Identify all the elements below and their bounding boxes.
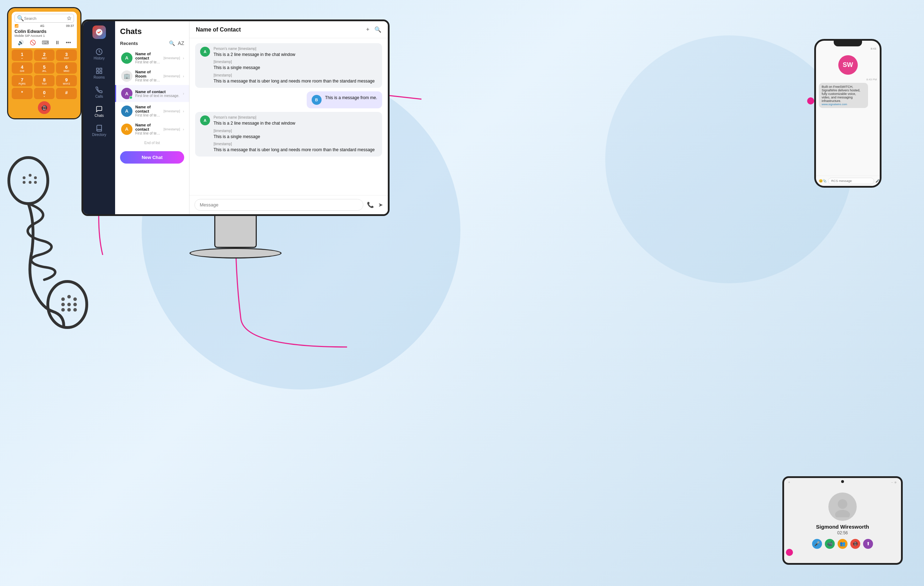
chat-list-item-3[interactable]: A Name of contact First line of tex... [… (115, 102, 189, 120)
msg-text-1a: This is a 2 line message in the chat win… (214, 52, 377, 58)
tablet: ≡ ↔ ⊕ Sigmond Wiresworth 02:56 🎤 📹 👥 📵 ⬆ (782, 476, 903, 565)
chat-item-info-2: Name of contact First line of text in me… (135, 89, 180, 98)
dial-key-star[interactable]: * (12, 88, 33, 99)
chat-avatar-3: A (121, 106, 132, 117)
sidebar-item-history[interactable]: History (83, 45, 115, 64)
new-chat-button[interactable]: New Chat (120, 151, 184, 163)
phone-search-input[interactable] (24, 16, 67, 21)
chat-search-icon[interactable]: 🔍 (375, 26, 381, 33)
chat-item-chevron-4: › (183, 127, 184, 131)
sidebar-item-history-label: History (94, 56, 104, 60)
chat-input-bar: 📞 ➤ (190, 195, 388, 214)
msg-ts-1c: [timestamp] (214, 73, 377, 77)
dial-key-hash[interactable]: # (56, 88, 77, 99)
chat-item-chevron-1: › (183, 74, 184, 78)
phone-mute-icon[interactable]: 🚫 (30, 40, 36, 45)
sm-send-icon[interactable]: ➤ (879, 179, 881, 183)
msg-text-3a: This is a 2 line message in the chat win… (214, 121, 377, 126)
phone-vol-icon[interactable]: 🔊 (18, 40, 24, 45)
svg-point-25 (838, 499, 848, 509)
msg-ts-3c: [timestamp] (214, 142, 377, 146)
tablet-action-people[interactable]: 👥 (838, 539, 848, 549)
smartphone-chat-area: SW 8:43 PM Built on FreeSWITCH, SignalWi… (816, 50, 880, 176)
chats-panel: Chats Recents 🔍 AZ A Name of contact Fir… (115, 21, 190, 214)
sm-emoji-icon[interactable]: 😊 (819, 179, 823, 183)
chat-list-item-2[interactable]: A Name of contact First line of text in … (115, 85, 189, 102)
phone-keypad-icon[interactable]: ⌨ (42, 40, 49, 45)
dial-key-0[interactable]: 0+ (34, 88, 55, 99)
chat-call-icon[interactable]: 📞 (367, 201, 374, 208)
chat-window-title: Name of Contact (196, 26, 241, 33)
sm-message-input[interactable] (828, 178, 874, 184)
recents-label: Recents (120, 41, 138, 46)
dial-key-1[interactable]: 1∞ (12, 50, 33, 61)
dial-key-3[interactable]: 3DEF (56, 50, 77, 61)
chat-avatar-0: A (121, 53, 132, 64)
chats-panel-recents: Recents 🔍 AZ (115, 39, 189, 49)
recents-icons: 🔍 AZ (169, 40, 184, 46)
phone-status-bar: 📶 4G 09:37 (15, 24, 74, 28)
smartphone-notch (834, 41, 862, 46)
chat-list-item-0[interactable]: A Name of contact First line of tex... [… (115, 49, 189, 67)
svg-point-23 (73, 308, 77, 312)
phone-end-call-button[interactable]: 📵 (38, 101, 51, 114)
chat-item-timestamp-1: [timestamp] (163, 74, 180, 78)
phone-hold-icon[interactable]: ⏸ (55, 40, 60, 45)
chat-item-preview-4: First line of tex... (135, 131, 161, 135)
phone-more-icon[interactable]: ••• (66, 40, 71, 45)
dial-key-8[interactable]: 8TUV (34, 75, 55, 86)
chat-add-icon[interactable]: + (366, 26, 370, 33)
dial-key-5[interactable]: 5JKL (34, 62, 55, 74)
end-of-list: End of list (115, 138, 189, 148)
svg-point-8 (23, 176, 25, 179)
chat-item-preview-2: First line of text in message. (135, 94, 180, 98)
svg-point-21 (61, 308, 65, 312)
recents-search-icon[interactable]: 🔍 (169, 40, 175, 46)
room-icon: 🏢 (124, 73, 130, 79)
sidebar-item-rooms-label: Rooms (94, 76, 105, 79)
svg-point-11 (23, 181, 25, 184)
sidebar-item-rooms[interactable]: Rooms (83, 64, 115, 83)
smartphone: 8:43 SW 8:43 PM Built on FreeSWITCH, Sig… (814, 39, 881, 188)
chat-item-name-0: Name of contact (135, 52, 161, 60)
chat-item-timestamp-4: [timestamp] (163, 127, 180, 131)
svg-point-20 (73, 303, 77, 306)
sm-attachment-icon[interactable]: 📎 (823, 179, 827, 183)
monitor-wrapper: History Rooms Calls Chats (81, 20, 389, 259)
tablet-action-end-call[interactable]: 📵 (850, 539, 860, 549)
dial-key-9[interactable]: 9WXYZ (56, 75, 77, 86)
chat-list-item-1[interactable]: 🏢 Name of Room First line of tex... [tim… (115, 67, 189, 85)
svg-point-13 (34, 181, 37, 184)
sidebar-item-directory[interactable]: Directory (83, 121, 115, 140)
dial-key-2[interactable]: 2ABC (34, 50, 55, 61)
svg-point-19 (67, 303, 71, 306)
svg-point-18 (61, 303, 65, 306)
tablet-action-share[interactable]: ⬆ (863, 539, 873, 549)
sm-audio-icon[interactable]: 🎤 (876, 179, 879, 183)
dial-key-6[interactable]: 6MNO (56, 62, 77, 74)
chat-list-item-4[interactable]: A Name of contact First line of tex... [… (115, 120, 189, 138)
chat-window-header: Name of Contact + 🔍 (190, 21, 388, 38)
phone-search-bar[interactable]: 🔍 ☆ (15, 14, 74, 23)
tablet-action-video[interactable]: 📹 (825, 539, 835, 549)
sidebar-item-calls[interactable]: Calls (83, 83, 115, 102)
chat-item-name-1: Name of Room (135, 70, 161, 78)
msg-sender-1: Person's name [timestamp] (214, 47, 377, 51)
chat-send-icon[interactable]: ➤ (378, 201, 383, 208)
tablet-call-time: 02:56 (837, 530, 848, 535)
chat-input-icons: 📞 ➤ (367, 201, 383, 208)
phone-action-bar: 🔊 🚫 ⌨ ⏸ ••• (15, 40, 74, 45)
recents-az-label[interactable]: AZ (178, 40, 184, 46)
dial-key-7[interactable]: 7PQRS (12, 75, 33, 86)
tablet-action-mic[interactable]: 🎤 (812, 539, 822, 549)
dial-key-4[interactable]: 4GHI (12, 62, 33, 74)
svg-rect-4 (100, 68, 102, 71)
chat-message-input[interactable] (195, 199, 363, 211)
phone-contact-sub: Mobile SIP Account 1 (15, 34, 74, 38)
msg-sub-3c: [timestamp] This is a message that is ub… (214, 142, 377, 153)
message-1: A Person's name [timestamp] This is a 2 … (195, 43, 382, 88)
sidebar-item-chats[interactable]: Chats (83, 102, 115, 121)
smartphone-message-link[interactable]: www.signalwire.com (822, 103, 865, 106)
chat-window: Name of Contact + 🔍 A Person's name [tim… (190, 21, 388, 214)
sidebar-item-calls-label: Calls (95, 94, 103, 98)
